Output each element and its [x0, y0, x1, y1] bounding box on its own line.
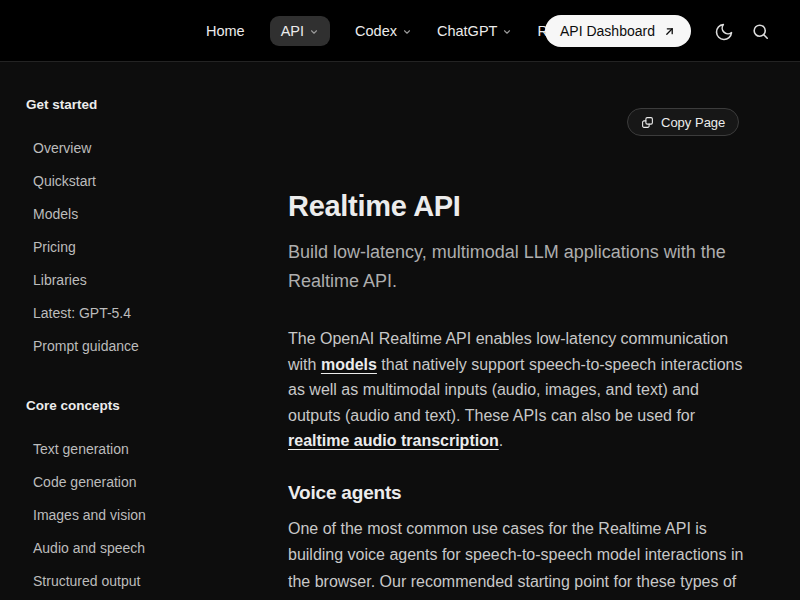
- sidebar-section-title: Core concepts: [26, 398, 266, 418]
- search-button[interactable]: [751, 22, 771, 42]
- sidebar-item-quickstart[interactable]: Quickstart: [26, 164, 266, 197]
- moon-icon: [714, 22, 734, 42]
- inline-link[interactable]: realtime audio transcription: [288, 432, 499, 449]
- chevron-down-icon: [309, 27, 319, 37]
- search-icon: [751, 22, 770, 42]
- voice-agents-paragraph: One of the most common use cases for the…: [288, 516, 754, 600]
- sidebar-item-prompt-guidance[interactable]: Prompt guidance: [26, 329, 266, 362]
- copy-page-button[interactable]: Copy Page: [627, 108, 739, 136]
- top-navigation-bar: Home API Codex ChatGPT Re: [0, 0, 800, 62]
- docs-page: Home API Codex ChatGPT Re: [0, 0, 800, 600]
- copy-icon: [641, 116, 654, 129]
- api-dashboard-button[interactable]: API Dashboard: [545, 15, 691, 47]
- sidebar-item-pricing[interactable]: Pricing: [26, 230, 266, 263]
- sidebar-section-core-concepts: Core concepts Text generation Code gener…: [26, 398, 266, 597]
- sidebar-item-images-and-vision[interactable]: Images and vision: [26, 498, 266, 531]
- sidebar-item-text-generation[interactable]: Text generation: [26, 432, 266, 465]
- arrow-up-right-icon: [663, 25, 676, 38]
- sidebar-navigation: Get started Overview Quickstart Models P…: [26, 97, 266, 600]
- nav-item-api[interactable]: API: [270, 16, 330, 46]
- paragraph-text: One of the most common use cases for the…: [288, 520, 743, 600]
- voice-agents-heading: Voice agents: [288, 482, 401, 504]
- sidebar-item-audio-and-speech[interactable]: Audio and speech: [26, 531, 266, 564]
- chevron-down-icon: [502, 27, 512, 37]
- nav-item-label: API: [281, 23, 304, 39]
- nav-item-label: ChatGPT: [437, 23, 497, 39]
- sidebar-item-structured-output[interactable]: Structured output: [26, 564, 266, 597]
- sidebar-item-libraries[interactable]: Libraries: [26, 263, 266, 296]
- sidebar-list: Text generation Code generation Images a…: [26, 432, 266, 597]
- paragraph-text: .: [499, 432, 503, 449]
- nav-item-home[interactable]: Home: [206, 23, 245, 39]
- sidebar-item-overview[interactable]: Overview: [26, 131, 266, 164]
- nav-item-chatgpt[interactable]: ChatGPT: [437, 23, 512, 39]
- sidebar-list: Overview Quickstart Models Pricing Libra…: [26, 131, 266, 362]
- sidebar-section-get-started: Get started Overview Quickstart Models P…: [26, 97, 266, 362]
- api-dashboard-label: API Dashboard: [560, 23, 655, 39]
- nav-item-codex[interactable]: Codex: [355, 23, 412, 39]
- sidebar-item-models[interactable]: Models: [26, 197, 266, 230]
- sidebar-section-title: Get started: [26, 97, 266, 117]
- sidebar-item-latest-gpt[interactable]: Latest: GPT-5.4: [26, 296, 266, 329]
- page-title: Realtime API: [288, 190, 461, 223]
- nav-item-label: Codex: [355, 23, 397, 39]
- theme-toggle-button[interactable]: [714, 22, 734, 42]
- intro-paragraph: The OpenAI Realtime API enables low-late…: [288, 326, 754, 454]
- nav-item-label: Home: [206, 23, 245, 39]
- sidebar-item-code-generation[interactable]: Code generation: [26, 465, 266, 498]
- inline-link[interactable]: models: [321, 356, 377, 373]
- copy-page-label: Copy Page: [661, 115, 725, 130]
- page-subtitle: Build low-latency, multimodal LLM applic…: [288, 238, 754, 296]
- chevron-down-icon: [402, 27, 412, 37]
